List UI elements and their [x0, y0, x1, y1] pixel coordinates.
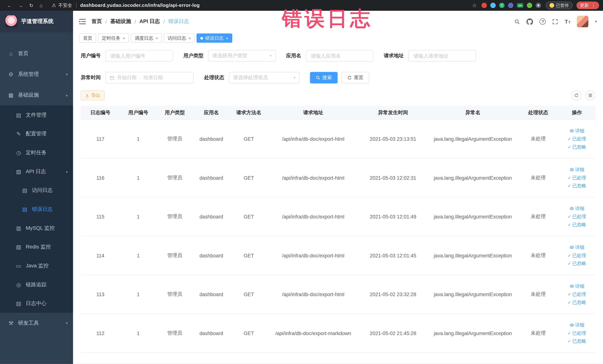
smiley-icon: [550, 3, 554, 8]
detail-label: 详细: [575, 205, 584, 212]
fullscreen-icon[interactable]: [552, 19, 558, 24]
sidebar-item-log-center[interactable]: ▤日志中心: [0, 294, 73, 313]
close-icon[interactable]: ×: [156, 36, 158, 40]
ignored-link[interactable]: ✓已忽略: [568, 260, 586, 267]
reload-icon[interactable]: ↻: [29, 2, 34, 8]
refresh-button[interactable]: [571, 91, 581, 101]
user-type-select[interactable]: 请选择用户类型 ▾: [208, 50, 276, 61]
sidebar-item-config-mgmt[interactable]: ✎配置管理: [0, 124, 73, 143]
ext-leaf-icon[interactable]: [527, 3, 532, 8]
date-range-picker[interactable]: 开始日期 - 结束日期: [105, 72, 194, 83]
sidebar-item-access-log[interactable]: ▤访问日志: [0, 181, 73, 200]
sidebar-item-home[interactable]: ⌂首页: [0, 43, 73, 64]
processed-link[interactable]: ✓已处理: [568, 136, 586, 142]
sidebar-item-trace[interactable]: ◎链路追踪: [0, 275, 73, 294]
sidebar-item-infrastructure[interactable]: ▦基础设施▴: [0, 84, 73, 105]
tab-home[interactable]: 首页: [79, 33, 96, 43]
update-chip[interactable]: 更新 ⋮: [577, 1, 599, 9]
sidebar-item-api-log[interactable]: ▧API 日志▴: [0, 162, 73, 181]
app-name-input[interactable]: [310, 52, 369, 59]
user-id-input[interactable]: [110, 52, 169, 59]
ext-star-icon[interactable]: ✱: [536, 3, 541, 8]
processed-link[interactable]: ✓已处理: [568, 291, 586, 297]
ignored-link[interactable]: ✓已忽略: [568, 182, 586, 189]
processed-label: 已处理: [572, 291, 586, 297]
processed-link[interactable]: ✓已处理: [568, 175, 586, 181]
forward-icon[interactable]: →: [18, 2, 23, 8]
request-url-input[interactable]: [413, 52, 472, 59]
detail-link[interactable]: 详细: [569, 244, 584, 250]
sidebar-item-system-mgmt[interactable]: ⚙系统管理▾: [0, 64, 73, 84]
close-icon[interactable]: ×: [123, 36, 125, 40]
reset-button[interactable]: 重置: [341, 72, 369, 83]
security-chip[interactable]: ⚠ 不安全: [52, 2, 72, 9]
help-icon[interactable]: ?: [540, 19, 546, 25]
chevron-down-icon[interactable]: ▾: [595, 20, 597, 23]
cell-status: 未处理: [518, 252, 558, 259]
update-label: 更新: [580, 2, 589, 8]
bookmark-star-icon[interactable]: ☆: [472, 2, 477, 8]
ext-on-badge-icon[interactable]: on: [517, 3, 523, 8]
font-size-icon[interactable]: TT: [565, 19, 570, 25]
search-button[interactable]: 搜索: [310, 72, 337, 83]
detail-link[interactable]: 详细: [569, 283, 584, 289]
ignored-link[interactable]: ✓已忽略: [568, 338, 586, 344]
processed-link[interactable]: ✓已处理: [568, 330, 586, 336]
sidebar-item-label: 访问日志: [32, 187, 53, 194]
home-icon[interactable]: ⌂: [39, 2, 42, 8]
tab-access-log[interactable]: 访问日志×: [164, 33, 195, 43]
sidebar-item-scheduled-tasks[interactable]: ◷定时任务: [0, 143, 73, 162]
github-icon[interactable]: [527, 18, 533, 25]
cell-app: dashboard: [193, 214, 230, 219]
ext-lightblue-icon[interactable]: [490, 3, 496, 8]
tab-label: 访问日志: [168, 35, 186, 41]
detail-link[interactable]: 详细: [569, 205, 584, 212]
filter-user-type: 用户类型 请选择用户类型 ▾: [184, 50, 276, 61]
export-button[interactable]: 导出: [81, 91, 105, 101]
processed-link[interactable]: ✓已处理: [568, 213, 586, 220]
doc-icon: ▤: [22, 206, 28, 212]
ext-red-icon[interactable]: [481, 3, 487, 8]
ignored-link[interactable]: ✓已忽略: [568, 144, 586, 150]
sidebar-item-redis-monitor[interactable]: ▨Redis 监控: [0, 237, 73, 256]
columns-button[interactable]: [585, 91, 595, 101]
detail-link[interactable]: 详细: [569, 128, 584, 134]
tab-job-log[interactable]: 调度日志×: [131, 33, 162, 43]
paused-chip[interactable]: 已暂停: [546, 1, 573, 9]
tab-scheduled-tasks[interactable]: 定时任务×: [98, 33, 129, 43]
paused-label: 已暂停: [556, 2, 569, 8]
close-icon[interactable]: ×: [226, 36, 228, 40]
column-header-app: 应用名: [193, 109, 230, 116]
back-icon[interactable]: ←: [7, 2, 12, 8]
menu-fold-icon[interactable]: [79, 19, 86, 24]
process-status-select[interactable]: 请选择处理状态 ▾: [229, 72, 300, 83]
sidebar-item-mysql-monitor[interactable]: ▥MySQL 监控: [0, 218, 73, 237]
exception-time-label: 异常时间: [81, 74, 101, 81]
header-actions: ? TT ▾: [514, 16, 597, 27]
detail-link[interactable]: 详细: [569, 322, 584, 328]
close-icon[interactable]: ×: [188, 36, 191, 40]
sidebar-item-error-log[interactable]: ▤错误日志: [0, 200, 73, 219]
address-bar[interactable]: dashboard.yudao.iocoder.cn/infra/log/api…: [80, 3, 200, 8]
ext-indigo-icon[interactable]: [508, 3, 513, 8]
logo-title: 芋道管理系统: [21, 18, 53, 25]
avatar[interactable]: [577, 16, 589, 27]
column-header-method: 请求方法名: [230, 109, 268, 116]
sidebar-item-dev-tools[interactable]: ⚒研发工具▾: [0, 313, 73, 334]
active-tab-dot: [201, 37, 203, 39]
sidebar-item-java-monitor[interactable]: ▭Java 监控: [0, 256, 73, 275]
breadcrumb-item-infra[interactable]: 基础设施: [110, 18, 131, 25]
kebab-menu-icon[interactable]: ⋮: [591, 3, 596, 8]
logo-avatar: [5, 15, 17, 28]
detail-link[interactable]: 详细: [569, 166, 584, 173]
processed-link[interactable]: ✓已处理: [568, 252, 586, 259]
tab-error-log[interactable]: 错误日志×: [197, 33, 232, 43]
breadcrumb-item-api-log[interactable]: API 日志: [139, 18, 160, 25]
ignored-link[interactable]: ✓已忽略: [568, 299, 586, 305]
search-icon[interactable]: [514, 19, 520, 24]
ext-green-icon[interactable]: Y: [499, 3, 505, 8]
sidebar-item-file-mgmt[interactable]: ▤文件管理: [0, 105, 73, 124]
cell-user-id: 1: [120, 292, 156, 297]
ignored-link[interactable]: ✓已忽略: [568, 221, 586, 228]
breadcrumb-item-home[interactable]: 首页: [92, 18, 102, 25]
